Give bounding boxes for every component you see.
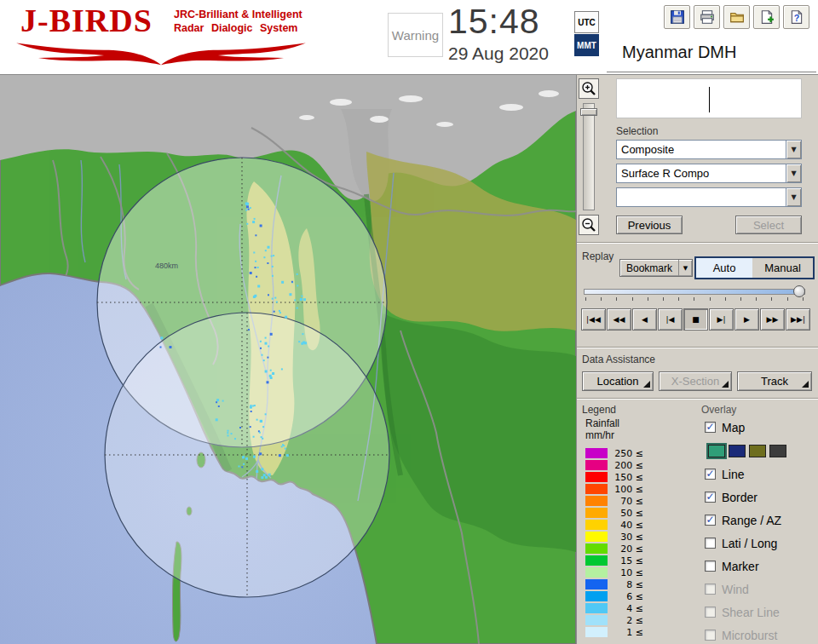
logo: J-BIRDS JRC-Brilliant & Intelligent Rada… [5, 2, 329, 73]
zoom-slider-thumb[interactable] [580, 108, 597, 116]
legend-row: 10 ≤ [585, 566, 643, 578]
legend-value: 200 ≤ [608, 460, 643, 471]
checkbox[interactable]: ✓ [705, 469, 716, 480]
open-folder-button[interactable] [723, 5, 750, 29]
overlay-item-lati-long[interactable]: Lati / Long [705, 532, 818, 555]
legend-rows: 250 ≤200 ≤150 ≤100 ≤70 ≤50 ≤40 ≤30 ≤20 ≤… [585, 447, 643, 638]
select-button[interactable]: Select [735, 216, 802, 234]
overlay-list: ✓Map✓Line✓Border✓Range / AZLati / LongMa… [705, 416, 818, 644]
product-combo-value: Surface R Compo [617, 164, 786, 182]
chevron-down-icon[interactable]: ▼ [786, 164, 801, 182]
step-forward-button[interactable]: ▶| [709, 308, 734, 331]
legend-value: 150 ≤ [608, 472, 643, 483]
checkbox[interactable]: ✓ [705, 492, 716, 503]
chevron-down-icon[interactable]: ▼ [786, 188, 801, 206]
print-button[interactable] [694, 5, 720, 29]
help-icon: ? [789, 9, 804, 25]
legend-row: 8 ≤ [585, 578, 643, 590]
chevron-down-icon[interactable]: ▼ [786, 141, 801, 158]
bookmark-label: Bookmark [620, 262, 678, 274]
station-underline [607, 72, 816, 72]
checkbox[interactable]: ✓ [705, 515, 716, 526]
toolbar: ? [664, 5, 809, 29]
separator [577, 347, 818, 348]
help-button[interactable]: ? [783, 5, 809, 29]
overlay-item-label: Range / AZ [722, 514, 781, 527]
folder-icon [729, 9, 745, 25]
zoom-out-button[interactable] [579, 215, 599, 235]
map-style-swatch-2[interactable] [729, 445, 746, 457]
play-button[interactable]: ▶ [734, 308, 759, 331]
map-style-row [705, 439, 818, 463]
location-button[interactable]: Location [582, 371, 654, 391]
clock-date: 29 Aug 2020 [448, 43, 549, 64]
legend-value: 15 ≤ [608, 555, 643, 566]
overlay-item-border[interactable]: ✓Border [705, 486, 818, 509]
replay-slider-thumb[interactable] [793, 285, 805, 297]
legend-row: 4 ≤ [585, 602, 643, 614]
track-button[interactable]: Track [737, 371, 812, 391]
legend-value: 250 ≤ [608, 448, 643, 459]
legend-row: 50 ≤ [585, 507, 643, 519]
zoom-in-button[interactable] [579, 78, 599, 99]
legend-value: 30 ≤ [608, 532, 643, 543]
checkbox[interactable]: ✓ [705, 422, 716, 433]
composite-combo[interactable]: Composite ▼ [616, 140, 802, 159]
legend-color-swatch [585, 460, 608, 470]
save-button[interactable] [664, 5, 690, 29]
legend-value: 100 ≤ [608, 484, 643, 495]
radar-map[interactable]: 480km [0, 75, 576, 644]
checkbox[interactable] [705, 538, 716, 549]
replay-label: Replay [582, 250, 614, 262]
map-style-swatch-3[interactable] [749, 445, 766, 457]
legend-value: 8 ≤ [608, 579, 643, 590]
warning-button[interactable]: Warning [388, 13, 443, 57]
data-assistance-buttons: Location X-Section Track [582, 371, 812, 391]
legend-color-swatch [585, 627, 608, 637]
step-back-button[interactable]: |◀ [658, 308, 683, 331]
rewind-button[interactable]: ◀◀ [607, 308, 631, 331]
overlay-item-line[interactable]: ✓Line [705, 463, 818, 486]
text-entry-box[interactable] [616, 78, 802, 118]
replay-slider[interactable] [584, 285, 805, 303]
legend-label: Legend [582, 404, 616, 416]
mmt-button[interactable]: MMT [574, 34, 599, 56]
export-button[interactable] [753, 5, 780, 29]
legend-value: 40 ≤ [608, 520, 643, 531]
legend-color-swatch [585, 532, 608, 542]
bookmark-button[interactable]: Bookmark ▼ [619, 259, 693, 277]
utc-button[interactable]: UTC [574, 11, 599, 33]
zoom-slider[interactable] [583, 103, 595, 210]
skip-start-button[interactable]: |◀◀ [581, 308, 606, 331]
fast-forward-button[interactable]: ▶▶ [760, 308, 785, 331]
play-reverse-button[interactable]: ◀ [632, 308, 657, 331]
previous-button[interactable]: Previous [616, 216, 683, 234]
overlay-item-range-az[interactable]: ✓Range / AZ [705, 509, 818, 532]
legend-row: 20 ≤ [585, 543, 643, 555]
legend-color-swatch [585, 603, 608, 613]
legend-row: 6 ≤ [585, 590, 643, 602]
legend-row: 250 ≤ [585, 447, 643, 459]
option-combo[interactable]: ▼ [616, 187, 802, 207]
overlay-item-label: Line [722, 468, 744, 481]
overlay-item-map[interactable]: ✓Map [705, 416, 818, 439]
stop-button[interactable]: ■ [683, 308, 708, 331]
map-style-swatch-4[interactable] [769, 445, 786, 457]
export-page-icon [759, 9, 775, 25]
manual-toggle[interactable]: Manual [752, 256, 815, 279]
x-section-button[interactable]: X-Section [659, 371, 732, 391]
overlay-item-marker[interactable]: Marker [705, 555, 818, 578]
map-style-swatch-1[interactable] [708, 445, 725, 457]
warning-label: Warning [392, 28, 439, 43]
print-icon [700, 9, 715, 25]
checkbox[interactable] [705, 561, 716, 572]
skip-end-button[interactable]: ▶▶| [786, 308, 810, 331]
auto-toggle[interactable]: Auto [694, 256, 754, 279]
checkbox [705, 584, 716, 595]
product-combo[interactable]: Surface R Compo ▼ [616, 164, 802, 183]
legend-row: 100 ≤ [585, 483, 643, 495]
separator [577, 242, 818, 244]
legend-color-swatch [585, 448, 608, 458]
composite-combo-value: Composite [617, 141, 786, 158]
chevron-down-icon: ▼ [678, 260, 692, 276]
